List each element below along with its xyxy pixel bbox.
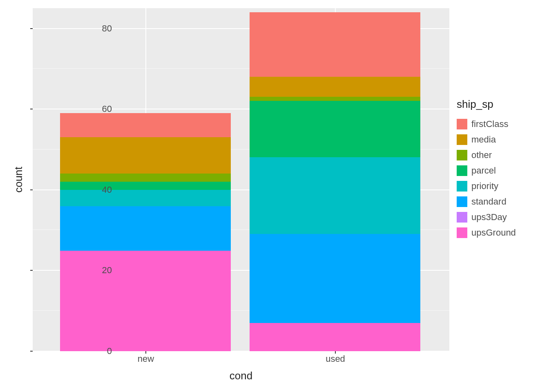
legend-item-upsGround: upsGround — [457, 225, 516, 241]
seg-firstClass — [60, 113, 231, 137]
swatch-parcel — [457, 165, 467, 176]
swatch-priority — [457, 181, 467, 192]
seg-upsGround — [60, 251, 231, 351]
y-tick-mark — [30, 189, 33, 190]
swatch-ups3Day — [457, 212, 467, 223]
x-tick-label: used — [326, 354, 345, 364]
y-tick-mark — [30, 270, 33, 271]
legend-label: priority — [471, 181, 498, 192]
seg-priority — [60, 190, 231, 206]
y-axis-label: count — [12, 167, 25, 193]
x-tick-label: new — [138, 354, 154, 364]
bar-new — [60, 113, 231, 351]
seg-other — [250, 97, 420, 101]
seg-standard — [250, 234, 420, 323]
legend-title: ship_sp — [457, 98, 516, 111]
seg-priority — [250, 157, 420, 234]
legend-item-parcel: parcel — [457, 163, 516, 178]
legend-label: ups3Day — [471, 212, 507, 223]
legend-label: media — [471, 134, 496, 145]
legend-label: other — [471, 150, 492, 160]
legend-item-priority: priority — [457, 178, 516, 194]
seg-parcel — [250, 101, 420, 157]
y-tick-mark — [30, 109, 33, 109]
swatch-other — [457, 150, 467, 160]
bar-used — [250, 12, 420, 351]
seg-other — [60, 174, 231, 182]
y-tick-label: 60 — [96, 104, 112, 114]
swatch-standard — [457, 196, 467, 207]
seg-firstClass — [250, 12, 420, 77]
legend-label: standard — [471, 196, 507, 207]
y-tick-mark — [30, 28, 33, 29]
chart-canvas: 0 20 40 60 80 new used count cond ship_s… — [0, 0, 549, 392]
legend-item-ups3Day: ups3Day — [457, 209, 516, 225]
swatch-upsGround — [457, 227, 467, 238]
legend-label: firstClass — [471, 119, 508, 129]
y-tick-label: 20 — [96, 265, 112, 276]
legend-item-firstClass: firstClass — [457, 116, 516, 132]
seg-parcel — [60, 182, 231, 190]
legend-item-media: media — [457, 132, 516, 147]
legend-item-other: other — [457, 147, 516, 163]
y-tick-label: 80 — [96, 23, 112, 34]
legend-label: parcel — [471, 165, 496, 176]
y-tick-mark — [30, 351, 33, 352]
y-tick-label: 0 — [96, 346, 112, 356]
seg-media — [60, 137, 231, 174]
seg-upsGround — [250, 323, 420, 351]
swatch-media — [457, 134, 467, 145]
swatch-firstClass — [457, 119, 467, 129]
y-tick-label: 40 — [96, 185, 112, 195]
seg-media — [250, 77, 420, 97]
legend-item-standard: standard — [457, 194, 516, 209]
plot-panel — [33, 8, 449, 351]
seg-standard — [60, 206, 231, 251]
legend: ship_sp firstClass media other parcel pr… — [457, 98, 516, 241]
legend-label: upsGround — [471, 227, 516, 238]
x-axis-label: cond — [230, 370, 252, 382]
